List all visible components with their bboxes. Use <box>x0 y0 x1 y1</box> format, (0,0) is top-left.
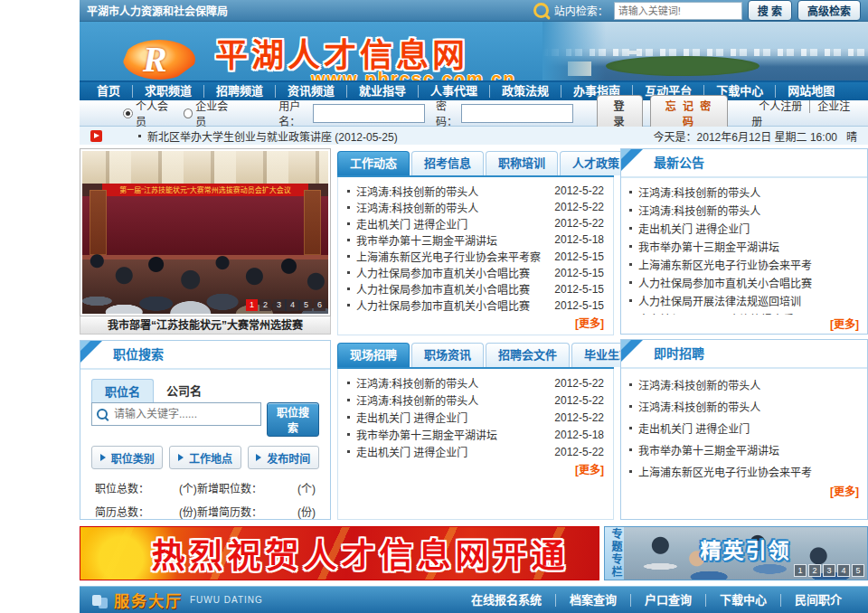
main-content: 第一届“江苏技能状元”大赛常州选拔赛动员会扩大会议 1 2 3 4 5 6 <box>80 146 868 523</box>
service-hall-subtitle: FUWU DATING <box>190 595 263 605</box>
username-field[interactable] <box>313 104 425 123</box>
stat-new-resumes-label: 新增简历数： <box>197 504 279 519</box>
forgot-password-button[interactable]: 忘 记 密 码 <box>650 95 728 131</box>
link-archive-query[interactable]: 档案查询 <box>555 594 630 607</box>
personal-register-link[interactable]: 个人注册 <box>751 100 809 113</box>
instant-more-link[interactable]: [更多] <box>629 482 859 501</box>
link-hukou-query[interactable]: 户口查询 <box>630 594 705 607</box>
job-search-button[interactable]: 职位搜索 <box>267 402 319 437</box>
notice-row[interactable]: 汪鸿涛:科技创新的带头人 <box>629 183 859 201</box>
link-download-center[interactable]: 下载中心 <box>705 594 780 607</box>
nav-item-home[interactable]: 首页 <box>85 85 132 98</box>
recruit-row[interactable]: 汪鸿涛:科技创新的带头人2012-5-22 <box>347 391 604 409</box>
date-weather: 今天是：2012年6月12日 星期二 16:00 晴 <box>654 128 857 144</box>
bullet-icon <box>347 382 350 384</box>
notice-row[interactable]: 我市举办第十三期金平湖讲坛 <box>629 237 859 255</box>
tab-career-news[interactable]: 职场资讯 <box>411 343 484 367</box>
elite-page-2[interactable]: 2 <box>808 564 821 577</box>
filter-job-category[interactable]: 职位类别 <box>91 446 163 469</box>
recruit-more-link[interactable]: [更多] <box>347 460 604 479</box>
slide-page-4[interactable]: 4 <box>287 299 298 311</box>
nav-item-hr-agency[interactable]: 人事代理 <box>418 85 489 98</box>
nav-item-jobseek[interactable]: 求职频道 <box>132 85 203 98</box>
slide-page-5[interactable]: 5 <box>300 299 312 311</box>
bullet-icon <box>347 206 350 209</box>
filter-work-location[interactable]: 工作地点 <box>169 446 241 469</box>
tab-company-name[interactable]: 公司名 <box>154 379 214 402</box>
job-filters: 职位类别 工作地点 发布时间 <box>91 446 319 469</box>
instant-row[interactable]: 走出机关门 进得企业门 <box>629 417 859 439</box>
left-column: 第一届“江苏技能状元”大赛常州选拔赛动员会扩大会议 1 2 3 4 5 6 <box>80 148 331 520</box>
news-row[interactable]: 上海浦东新区光电子行业协会来平考察2012-5-15 <box>347 249 604 265</box>
bullet-icon <box>347 433 350 436</box>
notice-row[interactable]: 上海浦东新区光电子行业协会来平考 <box>629 255 859 273</box>
instant-row[interactable]: 汪鸿涛:科技创新的带头人 <box>629 395 859 417</box>
instant-row[interactable]: 上海浦东新区光电子行业协会来平考 <box>629 460 859 482</box>
news-row[interactable]: 我市举办第十三期金平湖讲坛2012-5-18 <box>347 231 604 248</box>
filter-publish-time[interactable]: 发布时间 <box>248 446 319 469</box>
login-button[interactable]: 登 录 <box>597 95 643 131</box>
elite-page-4[interactable]: 4 <box>837 564 850 577</box>
notice-row[interactable]: 人力社保局开展法律法规巡回培训 <box>629 291 859 309</box>
news-row[interactable]: 人力社保局参加市直机关小合唱比赛2012-5-15 <box>347 297 604 314</box>
notice-header: 最新公告 <box>621 149 867 178</box>
tab-title-training[interactable]: 职称培训 <box>486 151 558 175</box>
tab-work-trends[interactable]: 工作动态 <box>337 151 410 175</box>
instant-row[interactable]: 我市举办第十三期金平湖讲坛 <box>629 439 859 460</box>
nav-item-guidance[interactable]: 就业指导 <box>346 85 418 98</box>
site-search-button[interactable]: 搜 索 <box>748 0 792 21</box>
job-search-title: 职位搜索 <box>113 341 164 368</box>
elite-page-3[interactable]: 3 <box>823 564 835 577</box>
recruit-row[interactable]: 汪鸿涛:科技创新的带头人2012-5-22 <box>347 374 604 391</box>
tab-jobfair-files[interactable]: 招聘会文件 <box>486 343 570 367</box>
news-tabs: 工作动态 招考信息 职称培训 人才政策 <box>337 148 614 177</box>
service-hall-icon <box>92 595 101 606</box>
nav-item-recruit[interactable]: 招聘频道 <box>203 85 275 98</box>
elite-page-5[interactable]: 5 <box>852 564 864 577</box>
link-private-agency[interactable]: 民间职介 <box>780 594 855 607</box>
site-search-input[interactable] <box>614 2 742 20</box>
notice-more-link[interactable]: [更多] <box>621 315 867 334</box>
news-row[interactable]: 走出机关门 进得企业门2012-5-22 <box>347 215 604 231</box>
special-topic-banner[interactable]: 专题专栏 精英引领 1 2 3 4 5 <box>604 526 868 580</box>
company-member-radio[interactable] <box>184 108 193 118</box>
bullet-icon <box>629 383 632 386</box>
keyword-search-icon <box>97 409 108 420</box>
congrats-banner[interactable]: 热烈祝贺人才信息网开通 <box>80 526 599 580</box>
news-row[interactable]: 汪鸿涛:科技创新的带头人2012-5-22 <box>347 199 604 215</box>
news-more-link[interactable]: [更多] <box>347 314 604 333</box>
instant-row[interactable]: 汪鸿涛:科技创新的带头人 <box>629 373 859 395</box>
slide-page-1[interactable]: 1 <box>246 299 258 311</box>
tab-onsite-recruit[interactable]: 现场招聘 <box>337 343 410 367</box>
notice-row[interactable]: 汪鸿涛:科技创新的带头人 <box>629 201 859 219</box>
recruit-row[interactable]: 我市举办第十三期金平湖讲坛2012-5-18 <box>347 426 604 443</box>
recruit-row[interactable]: 走出机关门 进得企业门2012-5-22 <box>347 409 604 426</box>
slideshow-image[interactable]: 第一届“江苏技能状元”大赛常州选拔赛动员会扩大会议 1 2 3 4 5 6 <box>82 151 328 314</box>
elite-page-1[interactable]: 1 <box>794 564 807 577</box>
bullet-icon <box>629 263 632 266</box>
announcement-link[interactable]: 新北区举办大学生创业与就业政策讲座 (2012-05-25) <box>147 128 398 144</box>
slideshow-caption[interactable]: 我市部署“江苏技能状元”大赛常州选拔赛 <box>80 316 331 335</box>
slide-page-2[interactable]: 2 <box>259 299 271 311</box>
slide-page-3[interactable]: 3 <box>273 299 285 311</box>
link-online-signup[interactable]: 在线报名系统 <box>458 594 555 607</box>
tab-position-name[interactable]: 职位名 <box>91 379 154 402</box>
news-row[interactable]: 汪鸿涛:科技创新的带头人2012-5-22 <box>347 183 604 199</box>
nav-item-news[interactable]: 资讯频道 <box>275 85 346 98</box>
instant-recruit-title: 即时招聘 <box>654 340 704 367</box>
notice-row[interactable]: 人力社保局参加市直机关小合唱比赛 <box>629 273 859 291</box>
nav-item-sitemap[interactable]: 网站地图 <box>775 85 846 98</box>
advanced-search-button[interactable]: 高级检索 <box>797 0 861 21</box>
password-field[interactable] <box>461 104 573 123</box>
news-row[interactable]: 人力社保局参加市直机关小合唱比赛2012-5-15 <box>347 281 604 297</box>
nav-item-policy[interactable]: 政策法规 <box>489 85 561 98</box>
notice-row[interactable]: 走出机关门 进得企业门 <box>629 219 859 237</box>
personal-member-radio[interactable] <box>123 108 133 118</box>
slide-page-6[interactable]: 6 <box>314 299 326 311</box>
recruit-row[interactable]: 走出机关门 进得企业门2012-5-22 <box>347 443 604 460</box>
congrats-banner-text: 热烈祝贺人才信息网开通 <box>80 527 599 580</box>
tab-exam-info[interactable]: 招考信息 <box>411 151 484 175</box>
news-row[interactable]: 人力社保局参加市直机关小合唱比赛2012-5-15 <box>347 265 604 281</box>
notice-panel: 最新公告 汪鸿涛:科技创新的带头人 汪鸿涛:科技创新的带头人 走出机关门 进得企… <box>620 148 868 335</box>
keyword-input[interactable] <box>112 407 256 421</box>
